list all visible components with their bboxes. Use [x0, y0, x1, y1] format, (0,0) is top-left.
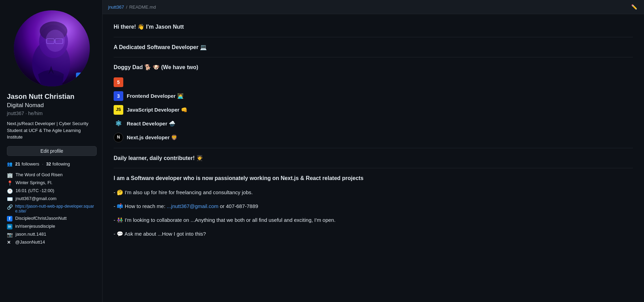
html-icon: 5 [114, 77, 123, 87]
bullet-3: - 👫 I'm looking to collaborate on ...Any… [114, 216, 633, 224]
bullet-2-prefix: - 📫 How to reach me: [114, 203, 167, 209]
linkedin-text[interactable]: in/risenjesusdisciple [15, 224, 55, 229]
info-location: 📍 Winter Springs, Fl. [7, 180, 97, 186]
svg-point-5 [46, 30, 65, 52]
info-time: 🕐 16:01 (UTC -12:00) [7, 188, 97, 194]
follow-stats: 👥 21 followers · 32 following [7, 161, 97, 167]
readme-path-user[interactable]: jnutt367 [108, 4, 124, 10]
bullet-2-suffix: or 407-687-7889 [220, 203, 258, 209]
react-icon: ⚛ [114, 119, 123, 129]
followers-count[interactable]: 21 [15, 161, 20, 167]
location-text: Winter Springs, Fl. [16, 180, 52, 185]
badge-icon: 🛡️ [76, 73, 86, 82]
greeting-text: Hi there! 👋 I'm Jason Nutt [114, 22, 633, 31]
skill-react-label: React Developer 🌧️ [127, 120, 175, 128]
profile-bio: Next.js/React Developer | Cyber Security… [7, 120, 97, 141]
skill-html: 5 [114, 77, 633, 87]
svg-rect-6 [47, 39, 54, 44]
svg-point-3 [39, 25, 68, 58]
email-icon: ✉️ [7, 196, 13, 202]
readme-path-file: README.md [129, 4, 156, 10]
skill-frontend-label: Frontend Developer 🧑‍💻 [127, 92, 184, 100]
skill-frontend: 3 Frontend Developer 🧑‍💻 [114, 91, 633, 101]
pronouns-text: he/him [28, 111, 43, 116]
time-icon: 🕐 [7, 188, 13, 194]
daily-text: Daily learner, daily contributer! 🧑‍🎓 [114, 154, 633, 163]
profile-name: Jason Nutt Christian [7, 92, 97, 101]
username-text: jnutt367 [7, 111, 24, 116]
facebook-text[interactable]: DiscipleofChristJasonNutt [15, 216, 67, 221]
info-linkedin[interactable]: in in/risenjesusdisciple [7, 224, 97, 229]
info-instagram[interactable]: 📷 jason.nutt.1481 [7, 232, 97, 237]
facebook-icon: f [7, 216, 12, 221]
svg-rect-7 [55, 39, 63, 44]
skill-next-label: Next.js developer 🦁 [127, 133, 177, 142]
tagline-text: A Dedicated Software Developer 💻 [114, 43, 633, 52]
info-twitter[interactable]: ✕ @JasonNutt14 [7, 239, 97, 245]
following-count[interactable]: 32 [46, 161, 51, 167]
twitter-text[interactable]: @JasonNutt14 [15, 239, 45, 245]
divider-4 [114, 168, 633, 168]
skill-next: N Next.js developer 🦁 [114, 133, 633, 142]
skill-react: ⚛ React Developer 🌧️ [114, 119, 633, 129]
readme-header: jnutt367 / README.md ✏️ [103, 0, 644, 14]
org-icon: 🏢 [7, 172, 13, 178]
instagram-text[interactable]: jason.nutt.1481 [16, 232, 46, 237]
skill-js-label: JavaScript Developer 👊 [127, 106, 188, 114]
divider-3 [114, 148, 633, 148]
main-content: jnutt367 / README.md ✏️ Hi there! 👋 I'm … [102, 0, 644, 302]
time-text: 16:01 (UTC -12:00) [16, 188, 54, 193]
linkedin-icon: in [7, 224, 12, 229]
divider-1 [114, 37, 633, 37]
js-icon: JS [114, 105, 123, 115]
followers-icon: 👥 [7, 161, 12, 167]
svg-point-4 [40, 21, 67, 41]
twitter-icon: ✕ [7, 240, 12, 245]
info-email: ✉️ jnutt367@gmail.com [7, 196, 97, 202]
location-icon: 📍 [7, 180, 13, 186]
link-icon: 🔗 [7, 204, 12, 210]
following-label: following [52, 161, 70, 167]
org-text: The Word of God Risen [16, 172, 63, 177]
contact-email-link[interactable]: ...jnutt367@gmail.com [167, 203, 218, 209]
doggy-text: Doggy Dad 🐕 🐶 (We have two) [114, 63, 633, 72]
next-icon: N [114, 133, 123, 142]
info-org: 🏢 The Word of God Risen [7, 172, 97, 178]
info-link[interactable]: 🔗 https://jason-nutt-web-app-developer.s… [7, 204, 97, 214]
bullet-4: - 💬 Ask me about ...How I got into this? [114, 230, 633, 238]
readme-path: jnutt367 / README.md [108, 4, 156, 10]
edit-readme-icon[interactable]: ✏️ [630, 3, 638, 11]
profile-title: Digital Nomad [7, 102, 97, 109]
bullet-2: - 📫 How to reach me: ...jnutt367@gmail.c… [114, 202, 633, 210]
sidebar: 🛡️ Jason Nutt Christian Digital Nomad jn… [0, 0, 102, 302]
link-url[interactable]: https://jason-nutt-web-app-developer.squ… [15, 204, 97, 214]
profile-username: jnutt367 · he/him [7, 111, 97, 116]
css-icon: 3 [114, 91, 123, 101]
skills-list: 5 3 Frontend Developer 🧑‍💻 JS JavaScript… [114, 77, 633, 142]
followers-label: followers [21, 161, 39, 167]
description-text: I am a Software developer who is now pas… [114, 174, 633, 183]
avatar: 🛡️ [14, 10, 90, 86]
info-facebook[interactable]: f DiscipleofChristJasonNutt [7, 216, 97, 221]
svg-point-2 [32, 40, 70, 86]
skill-js: JS JavaScript Developer 👊 [114, 105, 633, 115]
email-text: jnutt367@gmail.com [16, 196, 57, 201]
edit-profile-button[interactable]: Edit profile [7, 146, 97, 156]
bullet-1: - 🤔 I'm also up for hire for freelancing… [114, 188, 633, 197]
info-list: 🏢 The Word of God Risen 📍 Winter Springs… [7, 172, 97, 245]
instagram-icon: 📷 [7, 232, 13, 237]
readme-body: Hi there! 👋 I'm Jason Nutt A Dedicated S… [103, 14, 644, 252]
divider-2 [114, 57, 633, 57]
